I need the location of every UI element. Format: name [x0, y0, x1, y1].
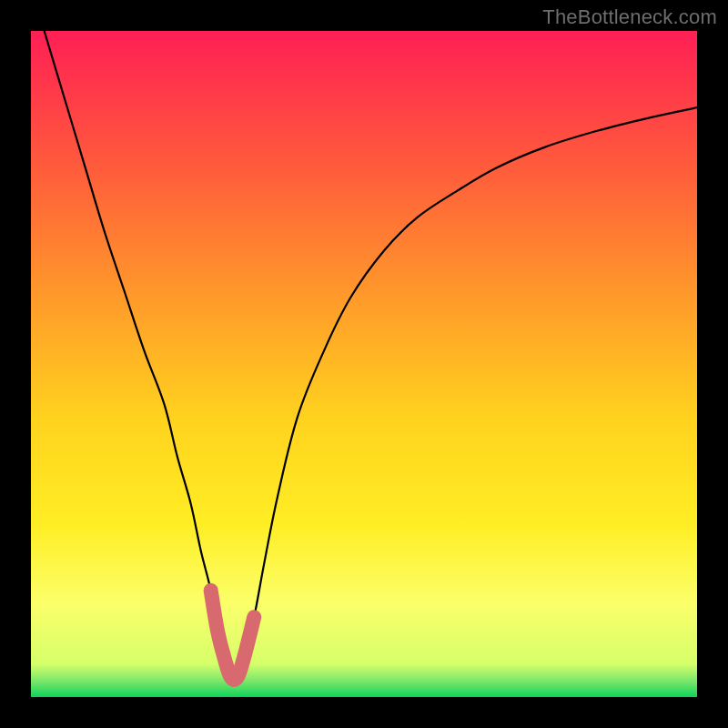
watermark-text: TheBottleneck.com [542, 5, 717, 29]
plot-area [31, 31, 697, 697]
bottleneck-chart [31, 31, 697, 697]
chart-frame: TheBottleneck.com [0, 0, 728, 728]
